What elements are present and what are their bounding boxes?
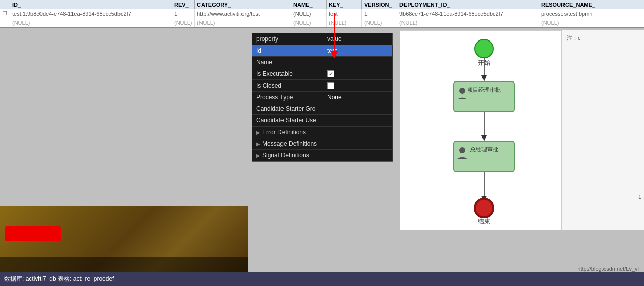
prop-value-9 xyxy=(323,150,393,161)
col-header-dep: DEPLOYMENT_ID_ xyxy=(397,0,539,9)
prop-row-3[interactable]: Is Closed xyxy=(252,80,393,92)
row2-name: (NULL) xyxy=(291,18,327,27)
prop-value-6 xyxy=(323,115,393,126)
prop-row-9[interactable]: ▶Signal Definitions xyxy=(252,150,393,161)
table-null-row: (NULL) (NULL) (NULL) (NULL) (NULL) (NULL… xyxy=(0,18,644,27)
row2-checkbox xyxy=(0,18,10,27)
col-header-key: KEY_ xyxy=(327,0,362,9)
col-header-ver: VERSION_ xyxy=(362,0,397,9)
prop-row-7[interactable]: ▶Error Definitions xyxy=(252,127,393,138)
row1-cat: http://www.activiti.org/test xyxy=(195,9,291,18)
row1-id: test:1:9b8c0de4-e748-11ea-8914-68ecc5dbc… xyxy=(10,9,172,18)
row1-dep: 9b68ce71-e748-11ea-8914-68ecc5dbc2f7 xyxy=(397,9,539,18)
prop-property-2: Is Executable xyxy=(252,68,323,79)
prop-value-7 xyxy=(323,127,393,138)
prop-property-9: ▶Signal Definitions xyxy=(252,150,323,161)
col-header-res: RESOURCE_NAME_ xyxy=(539,0,630,9)
row2-cat: (NULL) xyxy=(195,18,291,27)
prop-header-property: property xyxy=(252,33,323,45)
note-label: 注：c xyxy=(567,34,581,42)
page-number: 1 xyxy=(638,194,641,200)
prop-panel-header: property value xyxy=(252,33,393,45)
task1-person-head xyxy=(459,88,465,94)
task1-label-line1: 项目经理审批 xyxy=(467,87,501,93)
prop-property-1: Name xyxy=(252,57,323,68)
redacted-text xyxy=(5,226,61,241)
col-header-checkbox xyxy=(0,0,10,9)
col-header-name: NAME_ xyxy=(291,0,327,9)
prop-value-0: test xyxy=(323,45,393,56)
properties-panel: property value IdtestNameIs ExecutableIs… xyxy=(252,33,393,162)
prop-value-1 xyxy=(323,57,393,68)
prop-property-4: Process Type xyxy=(252,92,323,103)
prop-row-8[interactable]: ▶Message Definitions xyxy=(252,138,393,150)
status-text: 数据库: activiti7_db 表格: act_re_proodef xyxy=(4,275,114,283)
prop-property-6: Candidate Starter Use xyxy=(252,115,323,126)
end-event xyxy=(475,199,493,217)
prop-row-6[interactable]: Candidate Starter Use xyxy=(252,115,393,127)
diagram-canvas: 开始 项目经理审批 总经理审批 xyxy=(400,31,561,230)
prop-value-8 xyxy=(323,138,393,149)
task1-rect xyxy=(454,81,514,112)
task2-label-line1: 总经理审批 xyxy=(470,146,498,152)
row2-rev: (NULL) xyxy=(172,18,195,27)
prop-value-5 xyxy=(323,103,393,114)
table-row[interactable]: ☐ test:1:9b8c0de4-e748-11ea-8914-68ecc5d… xyxy=(0,9,644,18)
table-header-row: ID_ REV_ CATEGORY_ NAME_ KEY_ VERSION_ D… xyxy=(0,0,644,9)
prop-property-3: Is Closed xyxy=(252,80,323,91)
prop-rows-container: IdtestNameIs ExecutableIs ClosedProcess … xyxy=(252,45,393,161)
row1-rev: 1 xyxy=(172,9,195,18)
row2-key: (NULL) xyxy=(327,18,362,27)
row1-res: processes/test.bpmn xyxy=(539,9,630,18)
row1-name: (NULL) xyxy=(291,9,327,18)
row2-dep: (NULL) xyxy=(397,18,539,27)
row1-key: test xyxy=(327,9,362,18)
row2-ver: (NULL) xyxy=(362,18,397,27)
row2-res: (NULL) xyxy=(539,18,630,27)
prop-row-5[interactable]: Candidate Starter Gro xyxy=(252,103,393,115)
col-header-cat: CATEGORY_ xyxy=(195,0,291,9)
annotation-area: 注：c 1 xyxy=(562,30,644,230)
bpmn-diagram-svg: 开始 项目经理审批 总经理审批 xyxy=(400,31,562,230)
prop-row-2[interactable]: Is Executable xyxy=(252,68,393,80)
prop-value-3 xyxy=(323,80,393,91)
prop-row-1[interactable]: Name xyxy=(252,57,393,68)
arrowhead2 xyxy=(481,135,487,141)
end-label: 结束 xyxy=(478,218,490,225)
start-event xyxy=(475,39,493,58)
task2-rect xyxy=(454,141,514,172)
prop-row-4[interactable]: Process TypeNone xyxy=(252,92,393,103)
task2-person-head xyxy=(459,147,465,153)
prop-property-8: ▶Message Definitions xyxy=(252,138,323,149)
prop-value-4: None xyxy=(323,92,393,103)
database-table: ID_ REV_ CATEGORY_ NAME_ KEY_ VERSION_ D… xyxy=(0,0,644,28)
row2-id: (NULL) xyxy=(10,18,172,27)
bottom-overlay xyxy=(0,257,248,272)
arrowhead1 xyxy=(481,75,487,81)
watermark: http://blog.csdn.net/Lv_vl xyxy=(577,266,639,272)
prop-property-0: Id xyxy=(252,45,323,56)
prop-header-value: value xyxy=(323,33,393,45)
row1-checkbox[interactable]: ☐ xyxy=(0,9,10,18)
diagram-area: 开始 项目经理审批 总经理审批 xyxy=(400,30,562,230)
status-bar: 数据库: activiti7_db 表格: act_re_proodef xyxy=(0,272,644,286)
bottom-image-area xyxy=(0,206,248,272)
col-header-rev: REV_ xyxy=(172,0,195,9)
prop-property-5: Candidate Starter Gro xyxy=(252,103,323,114)
prop-row-0[interactable]: Idtest xyxy=(252,45,393,57)
prop-value-2 xyxy=(323,68,393,79)
row1-ver: 1 xyxy=(362,9,397,18)
col-header-id: ID_ xyxy=(10,0,172,9)
prop-property-7: ▶Error Definitions xyxy=(252,127,323,138)
